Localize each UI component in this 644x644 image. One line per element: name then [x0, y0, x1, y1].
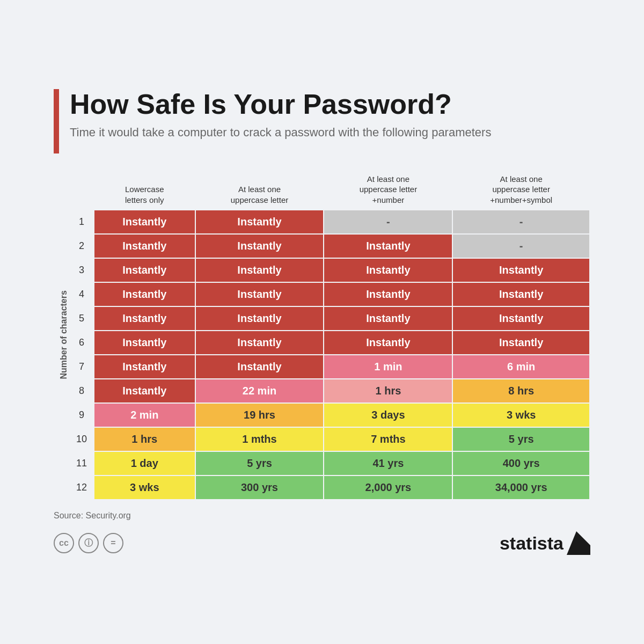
cell-upper_num: 2,000 yrs: [324, 475, 452, 500]
subtitle: Time it would take a computer to crack a…: [70, 125, 491, 141]
row-number: 2: [70, 234, 94, 258]
red-accent-bar: [54, 89, 59, 153]
cell-lowercase: Instantly: [94, 379, 195, 403]
cell-one_upper: Instantly: [195, 234, 324, 258]
source-text: Source: Security.org: [54, 511, 590, 521]
col-header-upper-num: At least oneuppercase letter+number: [324, 170, 452, 210]
cell-one_upper: Instantly: [195, 258, 324, 282]
header: How Safe Is Your Password? Time it would…: [54, 89, 590, 153]
cell-upper_num_sym: 8 hrs: [452, 379, 590, 403]
cell-upper_num: 1 hrs: [324, 379, 452, 403]
row-number: 12: [70, 475, 94, 500]
cell-one_upper: Instantly: [195, 210, 324, 234]
table-container: Lowercaseletters only At least oneupperc…: [70, 170, 590, 501]
col-header-upper-num-sym: At least oneuppercase letter+number+symb…: [452, 170, 590, 210]
cell-upper_num_sym: 6 min: [452, 355, 590, 379]
table-row: 4InstantlyInstantlyInstantlyInstantly: [70, 282, 590, 306]
row-number: 6: [70, 331, 94, 355]
table-row: 5InstantlyInstantlyInstantlyInstantly: [70, 306, 590, 331]
table-row: 8Instantly22 min1 hrs8 hrs: [70, 379, 590, 403]
cell-lowercase: Instantly: [94, 258, 195, 282]
cell-lowercase: Instantly: [94, 355, 195, 379]
cell-lowercase: Instantly: [94, 210, 195, 234]
statista-logo: statista: [500, 531, 590, 555]
cell-upper_num: 41 yrs: [324, 451, 452, 475]
cell-upper_num_sym: 34,000 yrs: [452, 475, 590, 500]
cell-upper_num_sym: 5 yrs: [452, 427, 590, 451]
table-wrapper: Number of characters Lowercaseletters on…: [54, 170, 590, 501]
y-axis-label: Number of characters: [54, 170, 70, 501]
cell-one_upper: Instantly: [195, 331, 324, 355]
cell-one_upper: Instantly: [195, 306, 324, 331]
cell-upper_num_sym: 3 wks: [452, 403, 590, 427]
nd-icon: =: [103, 533, 123, 553]
cell-upper_num_sym: -: [452, 210, 590, 234]
row-number: 1: [70, 210, 94, 234]
main-title: How Safe Is Your Password?: [70, 89, 491, 120]
cell-lowercase: 1 hrs: [94, 427, 195, 451]
statista-icon: [567, 531, 590, 555]
cell-lowercase: Instantly: [94, 234, 195, 258]
cell-upper_num_sym: -: [452, 234, 590, 258]
cell-upper_num: 7 mths: [324, 427, 452, 451]
table-row: 7InstantlyInstantly1 min6 min: [70, 355, 590, 379]
by-icon: ⓘ: [78, 533, 99, 553]
cell-lowercase: 2 min: [94, 403, 195, 427]
row-number: 5: [70, 306, 94, 331]
cell-lowercase: 3 wks: [94, 475, 195, 500]
cell-upper_num_sym: Instantly: [452, 258, 590, 282]
col-header-one-upper: At least oneuppercase letter: [195, 170, 324, 210]
header-text: How Safe Is Your Password? Time it would…: [70, 89, 491, 141]
table-row: 123 wks300 yrs2,000 yrs34,000 yrs: [70, 475, 590, 500]
row-number: 4: [70, 282, 94, 306]
cell-upper_num: 3 days: [324, 403, 452, 427]
infographic-card: How Safe Is Your Password? Time it would…: [27, 68, 617, 577]
cell-lowercase: 1 day: [94, 451, 195, 475]
table-row: 1InstantlyInstantly--: [70, 210, 590, 234]
statista-label: statista: [500, 533, 564, 554]
cell-one_upper: Instantly: [195, 355, 324, 379]
cell-one_upper: 19 hrs: [195, 403, 324, 427]
table-row: 111 day5 yrs41 yrs400 yrs: [70, 451, 590, 475]
row-number: 9: [70, 403, 94, 427]
table-row: 92 min19 hrs3 days3 wks: [70, 403, 590, 427]
cell-upper_num: Instantly: [324, 306, 452, 331]
table-row: 2InstantlyInstantlyInstantly-: [70, 234, 590, 258]
cc-icon: cc: [54, 533, 74, 553]
svg-marker-0: [567, 531, 590, 555]
cell-one_upper: 1 mths: [195, 427, 324, 451]
cell-upper_num: Instantly: [324, 282, 452, 306]
cell-upper_num_sym: Instantly: [452, 331, 590, 355]
col-header-num: [70, 170, 94, 210]
cell-upper_num_sym: 400 yrs: [452, 451, 590, 475]
row-number: 7: [70, 355, 94, 379]
row-number: 10: [70, 427, 94, 451]
cell-upper_num: Instantly: [324, 331, 452, 355]
col-header-lowercase: Lowercaseletters only: [94, 170, 195, 210]
cell-lowercase: Instantly: [94, 282, 195, 306]
cell-upper_num: Instantly: [324, 258, 452, 282]
cell-one_upper: 300 yrs: [195, 475, 324, 500]
cc-icons: cc ⓘ =: [54, 533, 123, 553]
cell-one_upper: Instantly: [195, 282, 324, 306]
cell-upper_num: -: [324, 210, 452, 234]
table-row: 6InstantlyInstantlyInstantlyInstantly: [70, 331, 590, 355]
cell-upper_num: 1 min: [324, 355, 452, 379]
footer: cc ⓘ = statista: [54, 531, 590, 555]
cell-lowercase: Instantly: [94, 306, 195, 331]
table-row: 101 hrs1 mths7 mths5 yrs: [70, 427, 590, 451]
row-number: 11: [70, 451, 94, 475]
table-row: 3InstantlyInstantlyInstantlyInstantly: [70, 258, 590, 282]
row-number: 3: [70, 258, 94, 282]
password-table: Lowercaseletters only At least oneupperc…: [70, 170, 590, 501]
cell-lowercase: Instantly: [94, 331, 195, 355]
cell-upper_num: Instantly: [324, 234, 452, 258]
cell-one_upper: 5 yrs: [195, 451, 324, 475]
cell-upper_num_sym: Instantly: [452, 282, 590, 306]
cell-upper_num_sym: Instantly: [452, 306, 590, 331]
cell-one_upper: 22 min: [195, 379, 324, 403]
row-number: 8: [70, 379, 94, 403]
